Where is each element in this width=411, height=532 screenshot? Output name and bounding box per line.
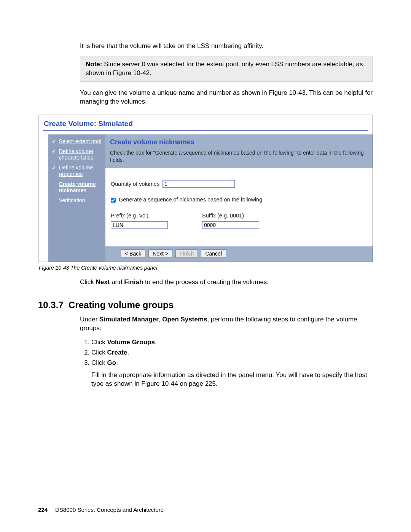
step-define-volume-properties[interactable]: ✓ Define volume properties: [51, 165, 102, 178]
quantity-input[interactable]: [162, 180, 235, 188]
intro-paragraph: It is here that the volume will take on …: [80, 42, 373, 51]
text: and: [110, 278, 124, 286]
generate-sequence-checkbox[interactable]: [111, 198, 116, 203]
note-label: Note:: [86, 61, 102, 68]
steps-list: Click Volume Groups. Click Create. Click…: [91, 338, 373, 367]
text: .: [127, 349, 129, 356]
section-tail: Fill in the appropriate information as d…: [91, 371, 373, 388]
bold-simulated-manager: Simulated Manager: [99, 316, 159, 323]
step-select-extent-pool[interactable]: ✓ Select extent pool: [51, 138, 102, 145]
prefix-input[interactable]: [111, 221, 168, 229]
text: .: [116, 359, 118, 366]
suffix-input[interactable]: [202, 221, 259, 229]
panel-description: Check the box for "Generate a sequence o…: [110, 149, 368, 164]
check-icon: ✓: [51, 138, 57, 145]
next-button[interactable]: Next >: [148, 249, 172, 258]
arrow-right-icon: →: [51, 181, 57, 188]
quantity-label: Quantity of volumes: [111, 181, 159, 188]
text: Click: [91, 349, 107, 356]
step-label: Define volume characteristics: [59, 148, 102, 161]
section-title: Creating volume groups: [68, 300, 174, 310]
step-label: Define volume properties: [59, 165, 102, 178]
figure-caption: Figure 10-43 The Create volume nicknames…: [39, 264, 373, 272]
footer-title: DS8000 Series: Concepts and Architecture: [55, 506, 164, 513]
page-number: 224: [38, 506, 48, 513]
text: Click: [91, 359, 107, 366]
note-box: Note: Since server 0 was selected for th…: [80, 56, 373, 82]
bold-finish: Finish: [124, 278, 143, 286]
bold-next: Next: [96, 278, 110, 286]
bold-volume-groups: Volume Groups: [107, 339, 155, 346]
step-label: Select extent pool: [59, 138, 101, 145]
bold-open-systems: Open Systems: [162, 316, 207, 323]
back-button[interactable]: < Back: [121, 249, 145, 258]
bold-create: Create: [107, 349, 127, 356]
section-number: 10.3.7: [38, 300, 64, 310]
text: Click: [80, 278, 96, 286]
check-icon: ✓: [51, 165, 57, 171]
list-item: Click Volume Groups.: [91, 338, 373, 347]
paragraph-2: You can give the volume a unique name an…: [80, 89, 373, 106]
page-footer: 224DS8000 Series: Concepts and Architect…: [38, 506, 164, 514]
wizard-button-bar: < Back Next > Finish Cancel: [105, 246, 373, 262]
text: .: [155, 339, 157, 346]
wizard-panel-header: Create volume nicknames Check the box fo…: [105, 134, 373, 168]
section-heading: 10.3.7 Creating volume groups: [38, 299, 373, 311]
note-text: Since server 0 was selected for the exte…: [86, 61, 363, 77]
cancel-button[interactable]: Cancel: [201, 249, 226, 258]
text: to end the process of creating the volum…: [143, 278, 269, 286]
step-verification[interactable]: Verification: [51, 197, 102, 204]
finish-button[interactable]: Finish: [175, 249, 198, 258]
text: Under: [80, 316, 99, 323]
after-figure-paragraph: Click Next and Finish to end the process…: [80, 278, 373, 287]
generate-sequence-label: Generate a sequence of nicknames based o…: [119, 196, 262, 204]
prefix-label: Prefix (e.g. Vol): [111, 212, 168, 220]
list-item: Click Go.: [91, 359, 373, 367]
step-label: Verification: [59, 197, 85, 204]
wizard-divider: [43, 130, 368, 131]
wizard-steps-sidebar: ✓ Select extent pool ✓ Define volume cha…: [48, 134, 105, 261]
step-label: Create volume nicknames: [59, 181, 102, 194]
wizard-form: Quantity of volumes Generate a sequence …: [105, 168, 373, 246]
step-create-volume-nicknames[interactable]: → Create volume nicknames: [51, 181, 102, 194]
wizard-panel: Create Volume: Simulated ✓ Select extent…: [38, 115, 373, 262]
wizard-title: Create Volume: Simulated: [38, 115, 373, 130]
bold-go: Go: [107, 359, 116, 366]
list-item: Click Create.: [91, 348, 373, 357]
check-icon: ✓: [51, 148, 57, 155]
panel-heading: Create volume nicknames: [110, 137, 368, 147]
text: ,: [159, 316, 162, 323]
section-lead: Under Simulated Manager, Open Systems, p…: [80, 315, 373, 333]
step-define-volume-characteristics[interactable]: ✓ Define volume characteristics: [51, 148, 102, 161]
suffix-label: Suffix (e.g. 0001): [202, 212, 259, 220]
text: Click: [91, 339, 107, 346]
